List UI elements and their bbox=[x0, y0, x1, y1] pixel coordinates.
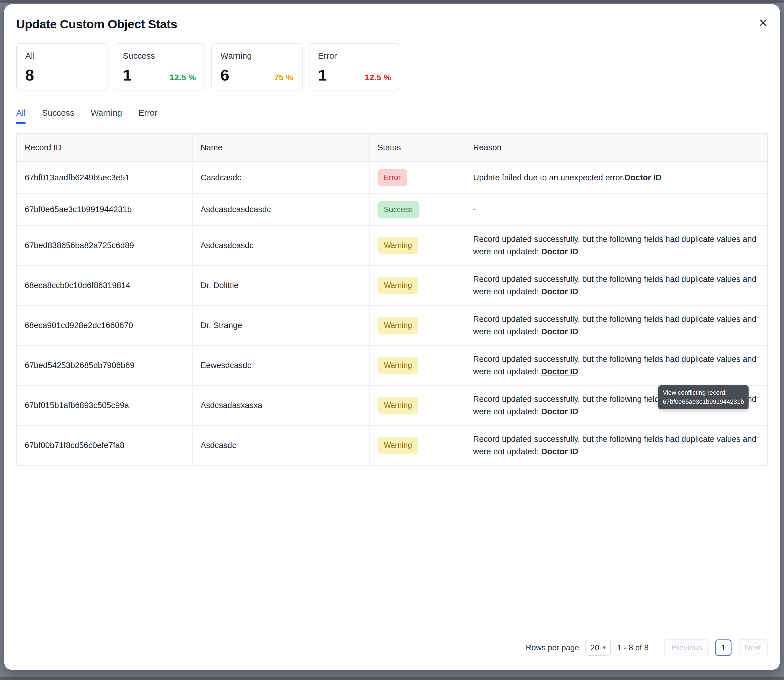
reason-field-name: Doctor ID bbox=[541, 247, 578, 256]
reason-field-name: Doctor ID bbox=[541, 407, 578, 416]
column-header-reason: Reason bbox=[465, 134, 768, 162]
stat-percent-warning: 75 % bbox=[274, 72, 294, 83]
reason-cell: Record updated successfully, but the fol… bbox=[465, 425, 768, 465]
table-row: 67bf015b1afb6893c505c99a Asdcsadasxasxa … bbox=[16, 386, 768, 425]
tooltip-line1: View conflicting record: bbox=[663, 388, 744, 397]
reason-text: Record updated successfully, but the fol… bbox=[473, 274, 756, 296]
reason-cell: Record updated successfully, but the fol… bbox=[465, 225, 768, 265]
table-row: 68eca901cd928e2dc1660670 Dr. Strange War… bbox=[16, 305, 768, 345]
status-cell: Success bbox=[369, 194, 465, 226]
tooltip-line2: 67bf0e65ae3c1b991944231b bbox=[663, 397, 744, 406]
previous-button[interactable]: Previous bbox=[664, 639, 709, 656]
tab-error[interactable]: Error bbox=[139, 108, 157, 124]
reason-cell: Record updated successfully, but the fol… bbox=[465, 305, 768, 345]
record-id-cell: 67bed54253b2685db7906b69 bbox=[16, 345, 192, 386]
stat-label-error: Error bbox=[318, 51, 391, 61]
status-tabs: All Success Warning Error bbox=[16, 108, 768, 124]
name-cell: Asdcsadasxasxa bbox=[192, 386, 369, 425]
stat-value-error: 1 bbox=[318, 67, 327, 83]
record-id-cell: 67bed838656ba82a725c6d89 bbox=[16, 225, 192, 265]
stat-label-success: Success bbox=[123, 51, 196, 61]
status-cell: Warning bbox=[369, 225, 465, 265]
stat-label-all: All bbox=[25, 51, 98, 61]
rows-per-page-label: Rows per page bbox=[526, 643, 579, 652]
reason-text: Record updated successfully, but the fol… bbox=[473, 315, 756, 336]
stat-value-warning: 6 bbox=[220, 67, 229, 83]
status-cell: Warning bbox=[369, 386, 465, 425]
reason-text: Update failed due to an unexpected error… bbox=[473, 173, 625, 182]
rows-per-page-value: 20 bbox=[590, 643, 599, 652]
table-row: 67bf00b71f8cd56c0efe7fa8 Asdcasdc Warnin… bbox=[16, 425, 768, 465]
reason-cell: - bbox=[465, 194, 768, 226]
rows-per-page-select[interactable]: 20 ▾ bbox=[586, 640, 611, 656]
reason-field-name: Doctor ID bbox=[541, 287, 578, 296]
name-cell: Casdcasdc bbox=[192, 162, 369, 194]
stat-value-success: 1 bbox=[123, 67, 132, 83]
table-row: 67bed838656ba82a725c6d89 Asdcasdcasdc Wa… bbox=[16, 225, 768, 265]
reason-field-name: Doctor ID bbox=[541, 447, 578, 456]
reason-cell: Update failed due to an unexpected error… bbox=[465, 162, 768, 194]
reason-cell: Record updated successfully, but the fol… bbox=[465, 345, 768, 386]
reason-text: Record updated successfully, but the fol… bbox=[473, 434, 756, 456]
status-badge: Success bbox=[378, 201, 419, 218]
status-badge: Error bbox=[378, 169, 407, 186]
name-cell: Asdcasdcasdcasdc bbox=[192, 194, 369, 226]
column-header-record-id: Record ID bbox=[16, 134, 192, 162]
status-badge: Warning bbox=[378, 437, 419, 454]
page-title: Update Custom Object Stats bbox=[16, 17, 768, 31]
stat-card-success: Success 1 12.5 % bbox=[114, 43, 205, 90]
update-custom-object-stats-modal: Update Custom Object Stats ✕ All 8 Succe… bbox=[4, 4, 780, 670]
reason-cell: Record updated successfully, but the fol… bbox=[465, 265, 768, 305]
name-cell: Dr. Strange bbox=[192, 305, 369, 345]
status-badge: Warning bbox=[378, 277, 419, 294]
stat-percent-success: 12.5 % bbox=[170, 72, 196, 83]
stat-cards: All 8 Success 1 12.5 % Warning 6 75 % bbox=[16, 43, 768, 90]
close-icon[interactable]: ✕ bbox=[758, 17, 768, 28]
backdrop: Update Custom Object Stats ✕ All 8 Succe… bbox=[0, 0, 784, 680]
record-id-cell: 67bf015b1afb6893c505c99a bbox=[16, 386, 192, 425]
table-row: 68eca8ccb0c10d6f86319814 Dr. Dolittle Wa… bbox=[16, 265, 768, 305]
name-cell: Asdcasdc bbox=[192, 425, 369, 465]
reason-text: Record updated successfully, but the fol… bbox=[473, 235, 756, 256]
record-id-cell: 68eca901cd928e2dc1660670 bbox=[16, 305, 192, 345]
records-table: Record ID Name Status Reason 67bf013aadf… bbox=[16, 133, 768, 466]
record-id-cell: 68eca8ccb0c10d6f86319814 bbox=[16, 265, 192, 305]
chevron-down-icon: ▾ bbox=[603, 644, 606, 652]
pagination: Rows per page 20 ▾ 1 - 8 of 8 Previous 1… bbox=[16, 639, 768, 657]
modal-header: Update Custom Object Stats ✕ bbox=[16, 17, 768, 31]
page-range: 1 - 8 of 8 bbox=[617, 643, 649, 652]
reason-text: Record updated successfully, but the fol… bbox=[473, 354, 756, 376]
conflicting-record-link[interactable]: Doctor ID bbox=[541, 367, 578, 376]
status-cell: Error bbox=[369, 162, 465, 194]
table-row: 67bf013aadfb6249b5ec3e51 Casdcasdc Error… bbox=[16, 162, 768, 194]
status-cell: Warning bbox=[369, 345, 465, 386]
reason-text: - bbox=[473, 205, 476, 214]
stat-card-all: All 8 bbox=[16, 43, 107, 90]
table-row: 67bed54253b2685db7906b69 Eewesdcasdc War… bbox=[16, 345, 768, 386]
record-id-cell: 67bf00b71f8cd56c0efe7fa8 bbox=[16, 425, 192, 465]
page-1-button[interactable]: 1 bbox=[715, 639, 732, 656]
status-badge: Warning bbox=[378, 317, 419, 334]
conflicting-record-tooltip: View conflicting record: 67bf0e65ae3c1b9… bbox=[658, 386, 749, 409]
status-badge: Warning bbox=[378, 357, 419, 374]
empty-space bbox=[16, 466, 768, 639]
record-id-cell: 67bf0e65ae3c1b991944231b bbox=[16, 194, 192, 226]
stat-card-error: Error 1 12.5 % bbox=[309, 43, 400, 90]
reason-field-name: Doctor ID bbox=[541, 327, 578, 336]
table-header-row: Record ID Name Status Reason bbox=[16, 134, 768, 162]
tab-warning[interactable]: Warning bbox=[91, 108, 122, 124]
name-cell: Eewesdcasdc bbox=[192, 345, 369, 386]
stat-value-all: 8 bbox=[25, 67, 34, 83]
column-header-name: Name bbox=[192, 134, 369, 162]
tab-success[interactable]: Success bbox=[42, 108, 74, 124]
status-cell: Warning bbox=[369, 265, 465, 305]
stat-card-warning: Warning 6 75 % bbox=[211, 43, 303, 90]
tab-all[interactable]: All bbox=[16, 108, 25, 124]
status-badge: Warning bbox=[378, 237, 419, 254]
status-cell: Warning bbox=[369, 425, 465, 465]
status-badge: Warning bbox=[378, 397, 419, 414]
name-cell: Asdcasdcasdc bbox=[192, 225, 369, 265]
stat-label-warning: Warning bbox=[220, 51, 294, 61]
record-id-cell: 67bf013aadfb6249b5ec3e51 bbox=[16, 162, 192, 194]
next-button[interactable]: Next bbox=[738, 639, 768, 656]
